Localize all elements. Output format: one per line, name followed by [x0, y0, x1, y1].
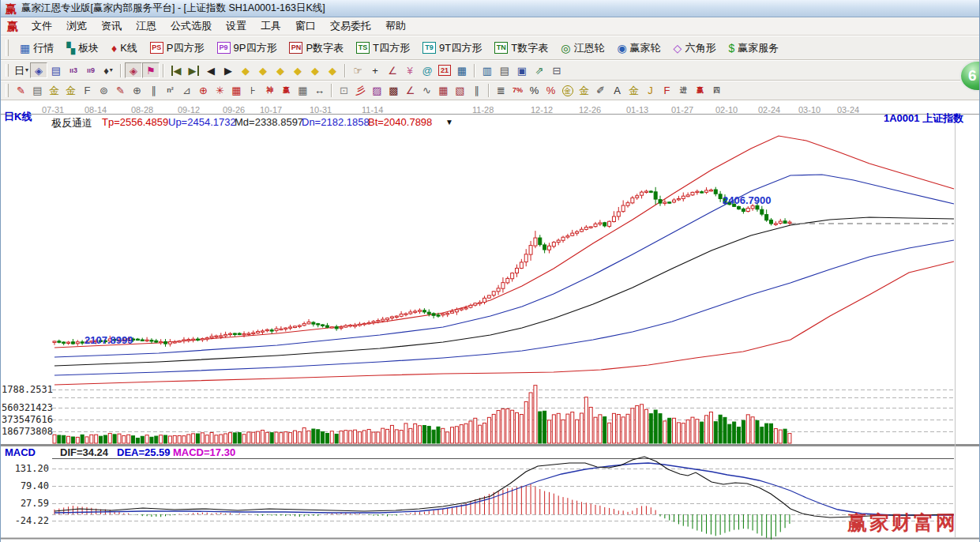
gann-fan-tool[interactable]: 彡 — [352, 83, 369, 98]
prev-bar-button[interactable]: ◀ — [202, 62, 220, 78]
hand-tool-button[interactable]: ☞ — [349, 62, 366, 78]
last-page-button[interactable]: ▶ — [185, 62, 202, 78]
menu-item-1[interactable]: 浏览 — [59, 18, 94, 33]
percent-line-tool[interactable]: % — [543, 83, 559, 98]
hline-grid-tool[interactable]: ▤ — [29, 83, 46, 98]
export-button[interactable]: ⇗ — [531, 62, 548, 78]
toolbar-grip[interactable] — [6, 84, 9, 96]
winner-wheel-button[interactable]: ◉赢家轮 — [611, 39, 666, 58]
menu-item-5[interactable]: 设置 — [219, 18, 253, 33]
period-daily-button[interactable]: 日▾ — [13, 62, 30, 78]
n2-tool[interactable]: n² — [162, 83, 178, 98]
kline-chart-canvas[interactable] — [1, 101, 980, 542]
flag-marker-button[interactable]: ⚑ — [142, 62, 160, 78]
ying-angle-tool[interactable]: 赢 — [692, 83, 708, 98]
price-ladder-tool[interactable]: ≣ — [493, 83, 509, 98]
gold-circle-tool[interactable]: 金 — [559, 83, 576, 98]
toolbar-grip[interactable] — [6, 40, 9, 55]
t-square-button[interactable]: TST四方形 — [351, 39, 415, 58]
a-channel-tool[interactable]: A — [609, 83, 625, 98]
menu-item-0[interactable]: 文件 — [24, 18, 59, 33]
menu-item-2[interactable]: 资讯 — [94, 18, 129, 33]
piggy-bank-button[interactable]: ¥ — [401, 62, 419, 78]
p-square-button[interactable]: PSP四方形 — [145, 39, 210, 58]
pattern-box-button[interactable]: ◈ — [125, 62, 142, 78]
gold-grid2-tool[interactable]: 金 — [62, 83, 79, 98]
wave-line-tool[interactable]: ∿ — [419, 83, 435, 98]
percent-tool[interactable]: % — [526, 83, 543, 98]
first-page-button[interactable]: ◀ — [167, 62, 185, 78]
angle-wing-tool[interactable]: ⊿ — [178, 83, 195, 98]
p9-square-button[interactable]: P99P四方形 — [212, 39, 283, 58]
expand-h-button[interactable]: ◆ — [272, 62, 289, 78]
wave-chart-button[interactable]: ◈ — [30, 62, 47, 78]
ruler-lines-tool[interactable]: ∥ — [145, 83, 162, 98]
frame-tool[interactable]: ⊡ — [336, 83, 352, 98]
compress-h-button[interactable]: ◆ — [289, 62, 306, 78]
angle-measure-button[interactable]: ∠ — [384, 62, 401, 78]
si-angle-tool[interactable]: 四 — [708, 83, 725, 98]
info-panel-button[interactable]: ▤ — [47, 62, 65, 78]
market-grid-button[interactable]: ▦行情 — [14, 39, 59, 58]
f-square-tool[interactable]: F — [79, 83, 96, 98]
pencil-tool[interactable]: ✎ — [13, 83, 29, 98]
target-tool[interactable]: ⊕ — [195, 83, 212, 98]
t-square-icon: TS — [356, 42, 370, 54]
toolbar-grip[interactable] — [6, 64, 9, 77]
shen-grid-tool[interactable]: 神 — [261, 83, 278, 98]
t9-square-button[interactable]: T99T四方形 — [417, 39, 487, 58]
gold-angle-tool[interactable]: 金 — [625, 83, 642, 98]
grid-a-tool[interactable]: ▦ — [435, 83, 452, 98]
menu-item-9[interactable]: 帮助 — [378, 18, 413, 33]
jin-angle-tool[interactable]: 进 — [675, 83, 692, 98]
notch-tool[interactable]: ⊦ — [245, 83, 261, 98]
f-angle-tool[interactable]: F — [659, 83, 675, 98]
t-number-button[interactable]: TNT数字表 — [489, 39, 554, 58]
shaded-box-tool[interactable]: ▨ — [369, 83, 385, 98]
next-bar-button[interactable]: ▶ — [220, 62, 237, 78]
shift-left-button[interactable]: ◆ — [237, 62, 254, 78]
gann-wheel-button[interactable]: ◎江恩轮 — [555, 39, 610, 58]
menu-item-7[interactable]: 窗口 — [288, 18, 323, 33]
spiral-tool[interactable]: ⊚ — [96, 83, 112, 98]
spider-web-tool[interactable]: ✳ — [212, 83, 228, 98]
percent7-tool[interactable]: 7% — [509, 83, 526, 98]
menu-item-6[interactable]: 工具 — [253, 18, 288, 33]
grid-target-tool[interactable]: ▦ — [228, 83, 245, 98]
range-arrow-tool[interactable]: ↔ — [311, 83, 328, 98]
print-button[interactable]: ⊟ — [548, 62, 565, 78]
hexagon-button[interactable]: ◇六角形 — [668, 39, 722, 58]
shift-right-button[interactable]: ◆ — [254, 62, 272, 78]
kline-button[interactable]: ♦K线 — [106, 39, 143, 58]
save-button[interactable]: ▣ — [513, 62, 531, 78]
red-pencil-tool[interactable]: ✎ — [112, 83, 129, 98]
menu-item-8[interactable]: 交易委托 — [323, 18, 378, 33]
bars-9-button[interactable]: ıı9 — [82, 62, 100, 78]
ink-brush-tool[interactable]: ✐ — [592, 83, 609, 98]
crosshair-button[interactable]: + — [366, 62, 384, 78]
spreadsheet-button[interactable]: ▥ — [479, 62, 496, 78]
menu-item-3[interactable]: 江恩 — [129, 18, 163, 33]
gold-grid-tool[interactable]: 金 — [46, 83, 62, 98]
grid-b-tool[interactable]: ▧ — [452, 83, 468, 98]
number-grid-tool[interactable]: ▦ — [295, 83, 311, 98]
notes-button[interactable]: ▤ — [496, 62, 513, 78]
angle-line-tool[interactable]: ∠ — [402, 83, 419, 98]
zoom-out-button[interactable]: ◆ — [306, 62, 324, 78]
globe-button[interactable]: @ — [419, 62, 436, 78]
blocks-button[interactable]: ▚板块 — [61, 39, 104, 58]
parallel-lines-tool[interactable]: ∥ — [468, 83, 485, 98]
gold-lines-tool[interactable]: 金 — [576, 83, 592, 98]
calculator-button[interactable]: ▦ — [453, 62, 471, 78]
p-number-button[interactable]: PNP数字表 — [283, 39, 349, 58]
winner-service-button[interactable]: $赢家服务 — [723, 39, 784, 58]
j-angle-tool[interactable]: J — [642, 83, 659, 98]
zoom-in-button[interactable]: ◆ — [324, 62, 341, 78]
menu-item-4[interactable]: 公式选股 — [163, 18, 219, 33]
ying-grid-tool[interactable]: 赢 — [278, 83, 295, 98]
circle-cross-tool[interactable]: ⊕ — [129, 83, 145, 98]
candle-type-button[interactable]: ♦▾ — [100, 62, 117, 78]
bars-3-button[interactable]: ıı3 — [65, 62, 82, 78]
dark-box-tool[interactable]: ▩ — [385, 83, 402, 98]
calendar-button[interactable]: 21 — [436, 62, 453, 78]
